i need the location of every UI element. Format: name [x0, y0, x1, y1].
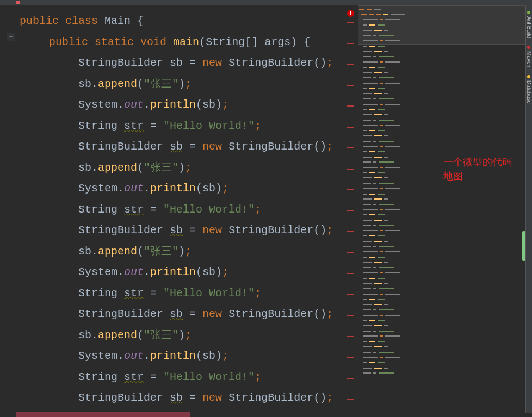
minimap-line [359, 141, 394, 142]
minimap-line [359, 93, 388, 94]
minimap-line [359, 109, 385, 110]
minimap-line [359, 14, 405, 15]
error-indicator-icon[interactable]: ! [347, 10, 354, 17]
code-line: StringBuilder sb = new StringBuilder(); [12, 53, 348, 74]
error-mark[interactable] [347, 210, 354, 211]
error-mark[interactable] [347, 273, 354, 274]
error-mark[interactable] [347, 169, 354, 170]
code-line: String str = "Hello World!"; [12, 116, 348, 137]
minimap-line [359, 61, 400, 63]
minimap-line [359, 309, 394, 310]
minimap-line [359, 130, 385, 131]
code-line: sb.append("张三"); [12, 325, 348, 346]
minimap-line [359, 315, 400, 316]
minimap-line [359, 246, 394, 247]
error-mark[interactable] [347, 315, 354, 316]
minimap-line [359, 230, 400, 231]
minimap-line [359, 299, 385, 300]
code-minimap[interactable] [358, 5, 429, 386]
error-mark[interactable] [347, 22, 354, 23]
minimap-line [359, 262, 388, 263]
minimap-line [359, 56, 394, 57]
error-mark[interactable] [347, 85, 354, 86]
code-line: public static void main(String[] args) { [12, 32, 348, 53]
minimap-line [359, 372, 394, 374]
minimap-line [359, 267, 394, 268]
tool-tab-ant[interactable]: Ant Build [526, 9, 532, 40]
minimap-line [359, 19, 400, 20]
code-line: System.out.println(sb); [12, 178, 348, 200]
minimap-line [359, 9, 381, 10]
code-line: String str = "Hello World!"; [12, 200, 348, 221]
minimap-line [359, 214, 385, 215]
minimap-line [359, 88, 385, 89]
minimap-line [359, 283, 388, 284]
code-line: sb.append("张三"); [12, 241, 348, 263]
code-line: StringBuilder sb = new StringBuilder(); [12, 136, 348, 158]
error-mark[interactable] [347, 378, 354, 379]
error-mark[interactable] [347, 147, 354, 148]
code-line: System.out.println(sb); [12, 346, 348, 367]
minimap-line [359, 151, 385, 152]
minimap-line [359, 51, 388, 52]
minimap-line [359, 331, 394, 332]
code-line: String str = "Hello World!"; [12, 367, 348, 388]
minimap-line [359, 235, 385, 236]
scrollbar-thumb[interactable] [522, 231, 525, 261]
error-mark[interactable] [347, 231, 354, 232]
minimap-line [359, 46, 385, 47]
error-mark[interactable] [347, 127, 354, 128]
tool-tab-maven[interactable]: Maven [526, 43, 532, 70]
minimap-line [359, 304, 388, 305]
minimap-line [359, 352, 394, 353]
error-mark[interactable] [347, 294, 354, 295]
code-line: sb.append("张三"); [12, 74, 348, 95]
error-mark[interactable] [347, 105, 354, 107]
error-stripe[interactable]: ! [346, 5, 355, 412]
minimap-line [359, 335, 400, 337]
minimap-line [359, 24, 385, 26]
minimap-line [359, 30, 388, 31]
editor-top-border [0, 0, 532, 5]
minimap-line [359, 272, 400, 273]
code-line: System.out.println(sb); [12, 262, 348, 283]
error-mark[interactable] [347, 43, 354, 44]
minimap-line [359, 177, 388, 178]
minimap-line [359, 320, 385, 321]
minimap-line [359, 40, 400, 41]
minimap-line [359, 357, 400, 358]
minimap-line [359, 183, 394, 184]
minimap-line [359, 135, 388, 136]
tool-window-tabs: Ant Build Maven Database [525, 5, 532, 413]
minimap-line [359, 114, 388, 115]
minimap-line [359, 146, 400, 147]
minimap-line [359, 288, 394, 289]
minimap-line [359, 325, 388, 326]
minimap-line [359, 98, 394, 99]
minimap-line [359, 35, 394, 36]
annotation-label: 一个微型的代码 地图 [443, 155, 512, 183]
minimap-line [359, 120, 394, 121]
minimap-line [359, 278, 385, 279]
code-editor[interactable]: public class Main { public static void m… [12, 11, 348, 413]
error-mark[interactable] [347, 252, 354, 253]
minimap-line [359, 83, 400, 84]
error-mark[interactable] [347, 399, 354, 400]
minimap-line [359, 72, 388, 73]
error-mark[interactable] [347, 357, 354, 358]
minimap-line [359, 172, 385, 173]
minimap-line [359, 204, 394, 205]
code-line: StringBuilder sb = new StringBuilder(); [12, 304, 348, 325]
minimap-line [359, 125, 400, 126]
error-mark[interactable] [347, 336, 354, 337]
minimap-line [359, 362, 385, 363]
minimap-line [359, 346, 388, 347]
minimap-line [359, 194, 385, 195]
error-mark[interactable] [347, 64, 354, 65]
error-mark[interactable] [347, 189, 354, 190]
minimap-line [359, 294, 400, 295]
code-line: System.out.println(sb); [12, 95, 348, 116]
tool-tab-database[interactable]: Database [526, 73, 532, 106]
code-line: String str = "Hello World!"; [12, 283, 348, 304]
minimap-line [359, 198, 388, 200]
